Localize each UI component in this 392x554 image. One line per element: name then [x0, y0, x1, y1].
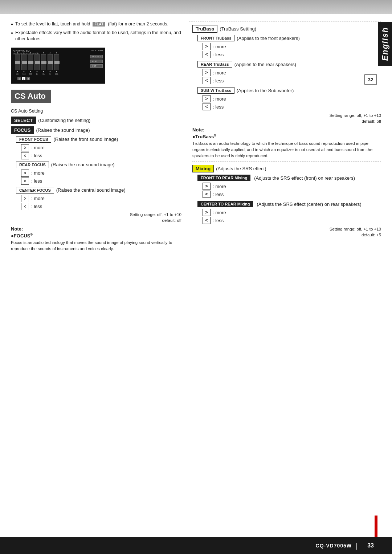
- front-trubass-section: FRONT TruBass (Applies to the front spea…: [192, 35, 381, 58]
- front-trubass-more-row: > : more: [203, 43, 381, 50]
- top-bar: [0, 0, 392, 14]
- english-tab: English: [378, 22, 392, 66]
- select-row: SELECT (Customizing the setting): [11, 117, 181, 124]
- mixing-default: default: +5: [192, 233, 381, 237]
- center-focus-less-label: : less: [31, 204, 42, 209]
- center-focus-section: CENTER FOCUS (Raises the central sound i…: [11, 187, 181, 210]
- rear-focus-row: REAR FOCUS (Raises the rear sound image): [16, 162, 181, 168]
- center-focus-row: CENTER FOCUS (Raises the central sound i…: [16, 187, 181, 194]
- subw-trubass-section: SUB-W TruBass (Applies to the Sub-woofer…: [192, 87, 381, 110]
- note-trubass-text: TruBass is an audio technology to which …: [192, 140, 381, 159]
- rear-focus-less-btn[interactable]: <: [21, 178, 29, 185]
- subw-trubass-desc: (Applies to the Sub-woofer): [237, 88, 294, 93]
- main-content: To set the level to flat, touch and hold…: [0, 14, 392, 273]
- focus-row: FOCUS (Raises the sound image): [11, 126, 181, 134]
- front-trubass-desc: (Applies to the front speakers): [237, 36, 299, 41]
- bullet-item-1: To set the level to flat, touch and hold…: [11, 21, 181, 28]
- front-rear-mixing-label-box: FRONT TO REAR Mixing: [197, 175, 250, 181]
- front-rear-mixing-less-btn[interactable]: <: [203, 191, 211, 198]
- center-focus-less-row: < : less: [21, 203, 181, 210]
- rear-focus-more-btn[interactable]: >: [21, 170, 29, 177]
- rear-focus-more-row: > : more: [21, 170, 181, 177]
- rear-trubass-section: REAR TruBass (Applies to the rear speake…: [192, 61, 381, 84]
- eq-slider-4: ▲ ▼ 1k: [34, 52, 40, 75]
- flat-button-inline: FLAT: [93, 22, 105, 27]
- section-title-cs-auto: CS Auto: [11, 90, 51, 103]
- subw-trubass-arrows: > : more < : less: [197, 95, 381, 110]
- front-trubass-label-box: FRONT TruBass: [197, 35, 234, 41]
- note-trubass-bullet: ●TruBass®: [192, 134, 381, 139]
- rear-trubass-row: REAR TruBass (Applies to the rear speake…: [197, 61, 381, 68]
- center-focus-arrows: > : more < : less: [16, 195, 181, 210]
- eq-slider-2: ▲ ▼ 160: [21, 52, 26, 75]
- subw-trubass-more-btn[interactable]: >: [203, 95, 211, 102]
- center-rear-mixing-more-label: : more: [213, 210, 226, 215]
- eq-num-row: 1 2 3: [17, 77, 30, 80]
- front-trubass-less-row: < : less: [203, 51, 381, 58]
- select-desc: (Customizing the setting): [38, 118, 90, 123]
- center-rear-mixing-desc: (Adjusts the SRS effect (center) on rear…: [257, 201, 361, 207]
- center-rear-mixing-less-btn[interactable]: <: [203, 217, 211, 224]
- front-rear-mixing-more-row: > : more: [203, 183, 381, 190]
- bullet-list: To set the level to flat, touch and hold…: [11, 21, 181, 42]
- subw-trubass-less-btn[interactable]: <: [203, 103, 211, 110]
- eq-back-btn: BACK: [91, 49, 97, 52]
- subw-trubass-less-row: < : less: [203, 103, 381, 110]
- rear-trubass-less-btn[interactable]: <: [203, 77, 211, 84]
- front-trubass-more-label: : more: [213, 44, 226, 49]
- front-rear-mixing-more-label: : more: [213, 184, 226, 189]
- center-rear-mixing-more-row: > : more: [203, 209, 381, 216]
- center-rear-mixing-less-label: : less: [213, 218, 224, 223]
- footer-page-number: 33: [367, 542, 374, 549]
- front-rear-mixing-row: FRONT TO REAR Mixing (Adjusts the SRS ef…: [197, 175, 381, 181]
- front-rear-mixing-more-btn[interactable]: >: [203, 183, 211, 190]
- center-rear-mixing-section: CENTER TO REAR Mixing (Adjusts the SRS e…: [192, 201, 381, 224]
- front-rear-mixing-section: FRONT TO REAR Mixing (Adjusts the SRS ef…: [192, 175, 381, 198]
- note-section-left: Note: ●FOCUS® Focus is an audio technolo…: [11, 226, 181, 252]
- center-rear-mixing-label-box: CENTER TO REAR Mixing: [197, 201, 253, 207]
- mixing-label-box: Mixing: [192, 165, 214, 172]
- eq-flat-btn: FLAT: [90, 60, 103, 63]
- front-focus-desc: (Raises the front sound image): [53, 137, 118, 142]
- center-rear-mixing-arrows: > : more < : less: [197, 209, 381, 224]
- bottom-bar: CQ-VD7005W | 33: [0, 537, 392, 554]
- note-focus-bullet: ●FOCUS®: [11, 233, 181, 239]
- front-focus-less-btn[interactable]: <: [21, 152, 29, 159]
- rear-trubass-more-label: : more: [213, 70, 226, 76]
- eq-slider-1: ▲ ▼ 60: [15, 52, 20, 75]
- center-focus-label-box: CENTER FOCUS: [16, 187, 54, 194]
- rear-trubass-more-btn[interactable]: >: [203, 69, 211, 76]
- eq-sliders: ▲ ▼ 60 ▲ ▼ 160: [13, 56, 88, 75]
- note-section-right: Note: ●TruBass® TruBass is an audio tech…: [192, 127, 381, 159]
- center-rear-mixing-less-row: < : less: [203, 217, 381, 224]
- center-focus-more-row: > : more: [21, 195, 181, 202]
- note-title-left: Note:: [11, 226, 181, 232]
- front-trubass-more-btn[interactable]: >: [203, 43, 211, 50]
- focus-desc: (Raises the sound image): [36, 127, 90, 133]
- center-focus-less-btn[interactable]: <: [21, 203, 29, 210]
- eq-slider-7: ▲ ▼ 16k: [54, 52, 59, 75]
- left-column: To set the level to flat, touch and hold…: [11, 21, 189, 252]
- rear-focus-more-label: : more: [31, 170, 45, 176]
- front-rear-mixing-less-row: < : less: [203, 191, 381, 198]
- note-focus-text: Focus is an audio technology that moves …: [11, 240, 181, 252]
- focus-setting-range: Setting range: off, +1 to +10: [11, 212, 181, 217]
- cs-auto-section: CS Auto: [11, 90, 181, 106]
- eq-preset-3: 3: [26, 77, 30, 80]
- rear-focus-arrows: > : more < : less: [16, 170, 181, 185]
- right-accent-bar: [375, 516, 377, 537]
- rear-trubass-arrows: > : more < : less: [197, 69, 381, 84]
- front-rear-mixing-desc: (Adjusts the SRS effect (front) on rear …: [254, 175, 355, 181]
- eq-slider-5: ▲ ▼ 3k: [41, 52, 46, 75]
- center-rear-mixing-more-btn[interactable]: >: [203, 209, 211, 216]
- front-trubass-less-btn[interactable]: <: [203, 51, 211, 58]
- front-rear-mixing-arrows: > : more < : less: [197, 183, 381, 198]
- front-focus-more-btn[interactable]: >: [21, 144, 29, 151]
- eq-slider-6: ▲ ▼ 6k: [48, 52, 53, 75]
- center-focus-more-btn[interactable]: >: [21, 195, 29, 202]
- trubass-setting-range: Setting range: off, +1 to +10: [192, 113, 381, 118]
- center-focus-desc: (Raises the central sound image): [56, 187, 126, 193]
- rear-focus-section: REAR FOCUS (Raises the rear sound image)…: [11, 162, 181, 185]
- mixing-row: Mixing (Adjusts the SRS effect): [192, 165, 381, 172]
- mixing-setting-range: Setting range: off, +1 to +10: [192, 227, 381, 231]
